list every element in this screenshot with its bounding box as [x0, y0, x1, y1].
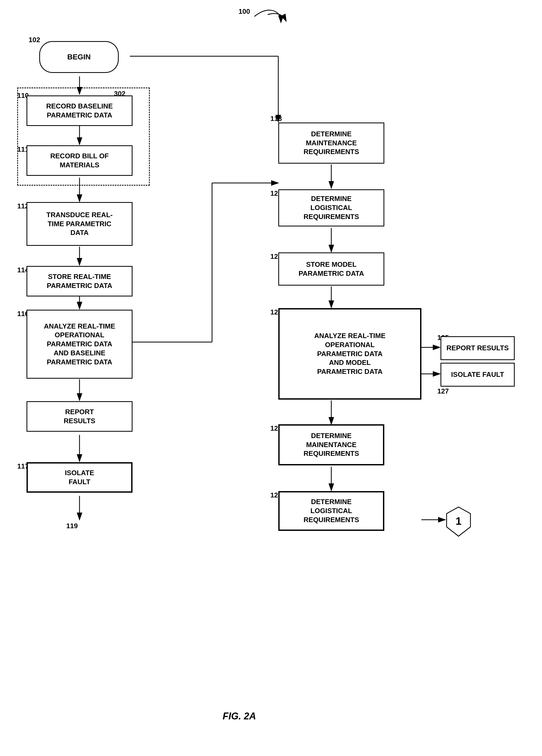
box-124: ANALYZE REAL-TIMEOPERATIONALPARAMETRIC D…: [278, 308, 421, 400]
box-112: TRANSDUCE REAL-TIME PARAMETRICDATA: [27, 202, 133, 246]
box-126: DETERMINEMAINENTANCEREQUIREMENTS: [278, 424, 384, 465]
box-122: STORE MODELPARAMETRIC DATA: [278, 252, 384, 286]
box-111: RECORD BILL OFMATERIALS: [27, 145, 133, 176]
box-128: DETERMINELOGISTICALREQUIREMENTS: [278, 491, 384, 531]
figure-caption: FIG. 2A: [223, 711, 256, 722]
label-118: 118: [271, 115, 282, 123]
box-114: STORE REAL-TIMEPARAMETRIC DATA: [27, 266, 133, 296]
box-118: DETERMINEMAINTENANCEREQUIREMENTS: [278, 123, 384, 164]
box-125: REPORT RESULTS: [440, 336, 515, 360]
box-127: ISOLATE FAULT: [440, 363, 515, 387]
box-120: DETERMINELOGISTICALREQUIREMENTS: [278, 189, 384, 226]
begin-oval: BEGIN: [39, 41, 119, 73]
box-116: ANALYZE REAL-TIMEOPERATIONALPARAMETRIC D…: [27, 310, 133, 379]
box-110: RECORD BASELINEPARAMETRIC DATA: [27, 95, 133, 126]
box-report-left: REPORTRESULTS: [27, 401, 133, 432]
label-100: 100: [239, 7, 250, 16]
label-127: 127: [437, 387, 449, 395]
label-102: 102: [29, 36, 40, 44]
connector-1-pentagon: 1: [445, 506, 472, 537]
box-117: ISOLATEFAULT: [27, 462, 133, 493]
svg-text:1: 1: [456, 515, 461, 527]
diagram-container: 100 102 BEGIN 302 110 RECORD BASELINEPAR…: [0, 0, 542, 756]
label-119: 119: [66, 522, 78, 530]
